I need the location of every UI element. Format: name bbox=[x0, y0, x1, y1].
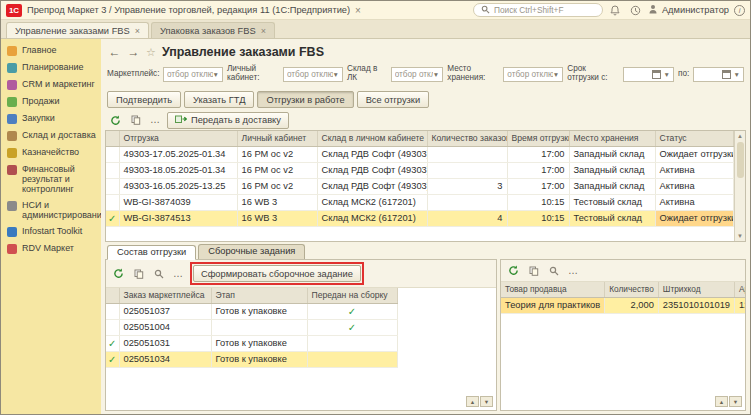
cell-storage[interactable]: Западный склад bbox=[569, 178, 655, 194]
row-marker-cell[interactable] bbox=[106, 303, 119, 319]
cell-warehouse[interactable]: Склад РДВ Софт (49303) bbox=[317, 162, 427, 178]
cabinet-filter-combo[interactable]: отбор отключен▼ bbox=[283, 67, 343, 82]
cell-cabinet[interactable]: 16 РМ ос v2 bbox=[237, 178, 317, 194]
cell-time[interactable]: 10:15 bbox=[507, 194, 569, 210]
favorite-star-icon[interactable]: ☆ bbox=[146, 46, 156, 59]
scroll-thumb[interactable] bbox=[737, 142, 744, 178]
column-header[interactable]: Количество заказов bbox=[427, 131, 507, 146]
column-header[interactable]: Заказ маркетплейса bbox=[119, 288, 211, 303]
table-row[interactable]: 49303-16.05.2025-13.2516 РМ ос v2Склад Р… bbox=[106, 178, 734, 194]
cell-barcode[interactable]: 2351010101019 bbox=[658, 297, 734, 313]
cell-warehouse[interactable]: Склад РДВ Софт (49303) bbox=[317, 178, 427, 194]
sidebar-item-purchases[interactable]: Закупки bbox=[1, 110, 101, 127]
shipment-term-to-input[interactable]: ▼ bbox=[693, 67, 744, 82]
table-row[interactable]: ✓025051034Готов к упаковке bbox=[106, 351, 397, 367]
row-marker-cell[interactable] bbox=[106, 178, 119, 194]
more-actions-icon[interactable]: … bbox=[170, 266, 187, 282]
row-marker-cell[interactable] bbox=[106, 146, 119, 162]
copy-icon[interactable] bbox=[127, 112, 144, 128]
copy-icon[interactable] bbox=[525, 263, 542, 279]
cell-time[interactable]: 17:00 bbox=[507, 162, 569, 178]
cell-status[interactable]: Активна bbox=[655, 178, 734, 194]
table-row[interactable]: Теория для практиков2,000235101010101912… bbox=[501, 297, 745, 313]
row-check-icon[interactable]: ✓ bbox=[106, 351, 119, 367]
cell-storage[interactable]: Западный склад bbox=[569, 162, 655, 178]
cell-storage[interactable]: Тестовый склад bbox=[569, 210, 655, 226]
cell-orders[interactable] bbox=[427, 146, 507, 162]
generate-assembly-task-button[interactable]: Сформировать сборочное задание bbox=[193, 265, 361, 282]
cell-cabinet[interactable]: 16 WB 3 bbox=[237, 194, 317, 210]
cell-order[interactable]: 025051037 bbox=[119, 303, 211, 319]
confirm-tab-button[interactable]: Подтвердить bbox=[107, 91, 181, 108]
scroll-up-icon[interactable]: ▲ bbox=[715, 396, 728, 407]
shipments-in-progress-tab-button[interactable]: Отгрузки в работе bbox=[257, 91, 353, 108]
cell-shipment[interactable]: WB-GI-3874039 bbox=[119, 194, 237, 210]
sidebar-item-treasury[interactable]: Казначейство bbox=[1, 144, 101, 161]
column-header[interactable]: Товар продавца bbox=[501, 282, 605, 297]
cell-orders[interactable]: 3 bbox=[427, 178, 507, 194]
sidebar-item-infostart[interactable]: Infostart Toolkit bbox=[1, 223, 101, 240]
cell-transferred[interactable] bbox=[307, 351, 397, 367]
refresh-icon[interactable] bbox=[107, 112, 124, 128]
tab-close-icon[interactable]: × bbox=[261, 26, 266, 36]
row-check-icon[interactable]: ✓ bbox=[106, 335, 119, 351]
tab-close-icon[interactable]: × bbox=[135, 26, 140, 36]
cell-status[interactable]: Ожидает отгрузки bbox=[655, 146, 734, 162]
scroll-down-icon[interactable]: ▼ bbox=[729, 396, 742, 407]
global-search-input[interactable]: Поиск Ctrl+Shift+F bbox=[473, 3, 603, 17]
refresh-icon[interactable] bbox=[110, 266, 127, 282]
column-header[interactable]: Артикул в личном кабинете bbox=[735, 282, 745, 297]
refresh-icon[interactable] bbox=[505, 263, 522, 279]
sidebar-item-planning[interactable]: Планирование bbox=[1, 59, 101, 76]
all-shipments-tab-button[interactable]: Все отгрузки bbox=[357, 91, 429, 108]
back-arrow-icon[interactable]: ← bbox=[108, 45, 121, 59]
tab-shipment-content[interactable]: Состав отгрузки bbox=[107, 245, 196, 260]
forward-arrow-icon[interactable]: → bbox=[127, 45, 140, 59]
column-header[interactable]: Статус bbox=[655, 131, 734, 146]
column-header[interactable]: Место хранения bbox=[569, 131, 655, 146]
cell-transferred[interactable] bbox=[307, 335, 397, 351]
cell-shipment[interactable]: 49303-16.05.2025-13.25 bbox=[119, 178, 237, 194]
cell-storage[interactable]: Тестовый склад bbox=[569, 194, 655, 210]
row-marker-cell[interactable] bbox=[106, 319, 119, 335]
cell-order[interactable]: 025051004 bbox=[119, 319, 211, 335]
cell-stage[interactable]: Готов к упаковке bbox=[211, 335, 307, 351]
search-icon[interactable] bbox=[150, 266, 167, 282]
sidebar-item-crm[interactable]: CRM и маркетинг bbox=[1, 76, 101, 93]
sidebar-item-main[interactable]: Главное bbox=[1, 42, 101, 59]
cell-stage[interactable]: Готов к упаковке bbox=[211, 303, 307, 319]
table-row[interactable]: 49303-17.05.2025-01.3416 РМ ос v2Склад Р… bbox=[106, 146, 734, 162]
cell-product[interactable]: Теория для практиков bbox=[501, 297, 605, 313]
cell-warehouse[interactable]: Склад РДВ Софт (49303) bbox=[317, 146, 427, 162]
table-row[interactable]: 025051037Готов к упаковке✓ bbox=[106, 303, 397, 319]
scroll-down-icon[interactable]: ▼ bbox=[480, 396, 493, 407]
table-row[interactable]: ✓025051031Готов к упаковке bbox=[106, 335, 397, 351]
scroll-track[interactable] bbox=[735, 140, 745, 232]
row-marker-cell[interactable] bbox=[106, 162, 119, 178]
row-marker-cell[interactable] bbox=[106, 194, 119, 210]
column-header[interactable]: Склад в личном кабинете bbox=[317, 131, 427, 146]
table-row[interactable]: WB-GI-387403916 WB 3Склад МСК2 (617201)1… bbox=[106, 194, 734, 210]
shipment-term-from-input[interactable]: ▼ bbox=[623, 67, 674, 82]
send-to-delivery-button[interactable]: Передать в доставку bbox=[167, 112, 289, 129]
tab-assembly-tasks[interactable]: Сборочные задания bbox=[198, 244, 305, 259]
scroll-down-icon[interactable]: ▼ bbox=[737, 232, 743, 240]
cell-status[interactable]: Активна bbox=[655, 194, 734, 210]
cell-warehouse[interactable]: Склад МСК2 (617201) bbox=[317, 210, 427, 226]
cell-qty[interactable]: 2,000 bbox=[605, 297, 659, 313]
column-header[interactable]: Личный кабинет bbox=[237, 131, 317, 146]
column-header[interactable]: Этап bbox=[211, 288, 307, 303]
cell-stage[interactable]: Готов к упаковке bbox=[211, 351, 307, 367]
vertical-scrollbar[interactable]: ▲ ▼ bbox=[734, 131, 745, 241]
marketplace-filter-combo[interactable]: отбор отключен▼ bbox=[163, 67, 223, 82]
info-icon[interactable]: i bbox=[734, 5, 745, 16]
table-row[interactable]: 025051004✓ bbox=[106, 319, 397, 335]
history-clock-icon[interactable] bbox=[628, 3, 643, 18]
window-tab-packing-fbs[interactable]: Упаковка заказов FBS × bbox=[151, 22, 275, 38]
cell-stage[interactable] bbox=[211, 319, 307, 335]
cell-shipment[interactable]: WB-GI-3874513 bbox=[119, 210, 237, 226]
table-row[interactable]: ✓WB-GI-387451316 WB 3Склад МСК2 (617201)… bbox=[106, 210, 734, 226]
more-actions-icon[interactable]: … bbox=[147, 112, 164, 128]
cell-order[interactable]: 025051034 bbox=[119, 351, 211, 367]
scroll-up-icon[interactable]: ▲ bbox=[737, 132, 743, 140]
